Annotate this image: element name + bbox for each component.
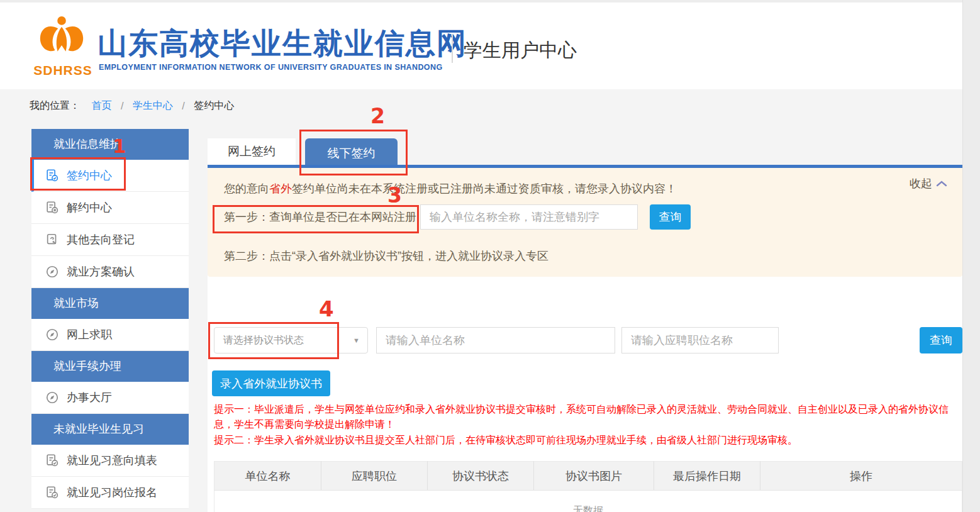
sidebar-item-employment-plan-confirmation[interactable]: 就业方案确认: [31, 256, 189, 288]
sidebar: 就业信息维护 签约中心 解约中心 其他去向登记: [31, 129, 189, 509]
company-name-input[interactable]: [376, 327, 615, 353]
column-header-last-operation-date: 最后操作日期: [654, 462, 760, 491]
agreement-status-select[interactable]: 请选择协议书状态 ▼: [214, 327, 368, 353]
company-lookup-search-button[interactable]: 查询: [650, 204, 691, 230]
sidebar-item-label: 签约中心: [67, 160, 112, 191]
sidebar-item-other-destination-registration[interactable]: 其他去向登记: [31, 224, 189, 256]
sidebar-item-label: 就业见习意向填表: [67, 445, 157, 476]
table-empty-row: 无数据: [214, 491, 962, 512]
scrollbar-track[interactable]: [962, 0, 980, 512]
sidebar-item-label: 就业见习岗位报名: [67, 477, 157, 508]
sidebar-item-termination-center[interactable]: 解约中心: [31, 192, 189, 224]
dropdown-caret-icon: ▼: [353, 328, 360, 353]
site-title: 山东高校毕业生就业信息网: [97, 24, 467, 64]
tab-offline-signing[interactable]: 线下签约: [305, 138, 398, 168]
breadcrumb-label: 我的位置：: [30, 100, 80, 111]
sidebar-item-service-hall[interactable]: 办事大厅: [31, 382, 189, 414]
chevron-up-icon: [936, 179, 947, 188]
sidebar-item-internship-intention-form[interactable]: 就业见习意向填表: [31, 445, 189, 477]
doc-check-icon: [45, 454, 59, 467]
compass-icon: [45, 391, 59, 404]
site-header: SDHRSS 山东高校毕业生就业信息网 EMPLOYMENT INFORMATI…: [0, 3, 962, 89]
tab-panel-offline-signing: 您的意向省外签约单位尚未在本系统注册或已注册尚未通过资质审核，请您录入协议内容！…: [208, 168, 962, 512]
sidebar-item-label: 就业方案确认: [67, 256, 135, 287]
company-lookup-input[interactable]: [420, 204, 638, 230]
breadcrumb: 我的位置： 首页 / 学生中心 / 签约中心: [30, 99, 234, 113]
main-content: 网上签约 线下签约 您的意向省外签约单位尚未在本系统注册或已注册尚未通过资质审核…: [208, 129, 962, 512]
column-header-actions: 操作: [760, 462, 962, 491]
filter-row: 请选择协议书状态 ▼ 查询: [214, 327, 962, 353]
doc-check-icon: [45, 486, 59, 499]
breadcrumb-link-home[interactable]: 首页: [91, 100, 111, 111]
tab-bar: 网上签约 线下签约: [208, 129, 962, 168]
sidebar-section-procedures: 就业手续办理: [31, 351, 189, 382]
column-header-position: 应聘职位: [321, 462, 428, 491]
compass-icon: [45, 265, 59, 279]
sidebar-section-internship: 未就业毕业生见习: [31, 414, 189, 445]
empty-data-text: 无数据: [214, 491, 962, 512]
position-name-input[interactable]: [621, 327, 779, 353]
breadcrumb-separator: /: [182, 101, 184, 111]
register-icon: [45, 233, 59, 247]
sidebar-item-label: 网上求职: [67, 319, 112, 350]
notice-message: 您的意向省外签约单位尚未在本系统注册或已注册尚未通过资质审核，请您录入协议内容！: [224, 181, 677, 196]
doc-x-icon: [45, 201, 59, 214]
header-divider: [452, 34, 453, 63]
column-header-company: 单位名称: [214, 462, 321, 491]
tab-online-signing[interactable]: 网上签约: [208, 138, 296, 165]
enter-out-of-province-agreement-button[interactable]: 录入省外就业协议书: [212, 370, 330, 396]
doc-check-icon: [45, 169, 59, 182]
sidebar-item-signing-center[interactable]: 签约中心: [31, 160, 189, 192]
sidebar-section-job-market: 就业市场: [31, 288, 189, 319]
sidebar-item-label: 其他去向登记: [67, 224, 135, 255]
site-subtitle: EMPLOYMENT INFORMATION NETWORK OF UNIVER…: [99, 63, 443, 72]
compass-icon: [45, 328, 59, 342]
logo-acronym: SDHRSS: [33, 63, 93, 78]
tip-two: 提示二：学生录入省外就业协议书且提交至人社部门后，在待审核状态即可前往现场办理就…: [214, 433, 961, 448]
table-header-row: 单位名称 应聘职位 协议书状态 协议书图片 最后操作日期 操作: [214, 462, 962, 491]
sidebar-item-online-job-search[interactable]: 网上求职: [31, 319, 189, 351]
tips: 提示一：毕业派遣后，学生与网签单位应约和录入省外就业协议书提交审核时，系统可自动…: [214, 402, 961, 448]
filter-search-button[interactable]: 查询: [920, 327, 962, 353]
step2-label: 第二步：点击“录入省外就业协议书”按钮，进入就业协议录入专区: [224, 248, 548, 264]
sidebar-item-internship-post-application[interactable]: 就业见习岗位报名: [31, 477, 189, 509]
sdhrss-logo-icon: [36, 15, 87, 64]
agreements-table: 单位名称 应聘职位 协议书状态 协议书图片 最后操作日期 操作 无数据: [214, 461, 962, 512]
tip-one: 提示一：毕业派遣后，学生与网签单位应约和录入省外就业协议书提交审核时，系统可自动…: [214, 402, 961, 432]
column-header-agreement-status: 协议书状态: [428, 462, 534, 491]
breadcrumb-link-student-center[interactable]: 学生中心: [133, 100, 173, 111]
sidebar-item-label: 办事大厅: [67, 382, 112, 413]
portal-title: 学生用户中心: [464, 38, 577, 64]
notice-highlight: 省外: [269, 182, 292, 195]
sidebar-item-label: 解约中心: [67, 192, 112, 223]
column-header-agreement-image: 协议书图片: [534, 462, 654, 491]
sidebar-section-employment-info: 就业信息维护: [31, 129, 189, 160]
collapse-toggle[interactable]: 收起: [910, 176, 947, 191]
notice-panel: 您的意向省外签约单位尚未在本系统注册或已注册尚未通过资质审核，请您录入协议内容！…: [208, 168, 962, 277]
breadcrumb-separator: /: [121, 101, 123, 111]
breadcrumb-current: 签约中心: [194, 100, 234, 111]
step1-label: 第一步：查询单位是否已在本网站注册: [224, 203, 416, 231]
